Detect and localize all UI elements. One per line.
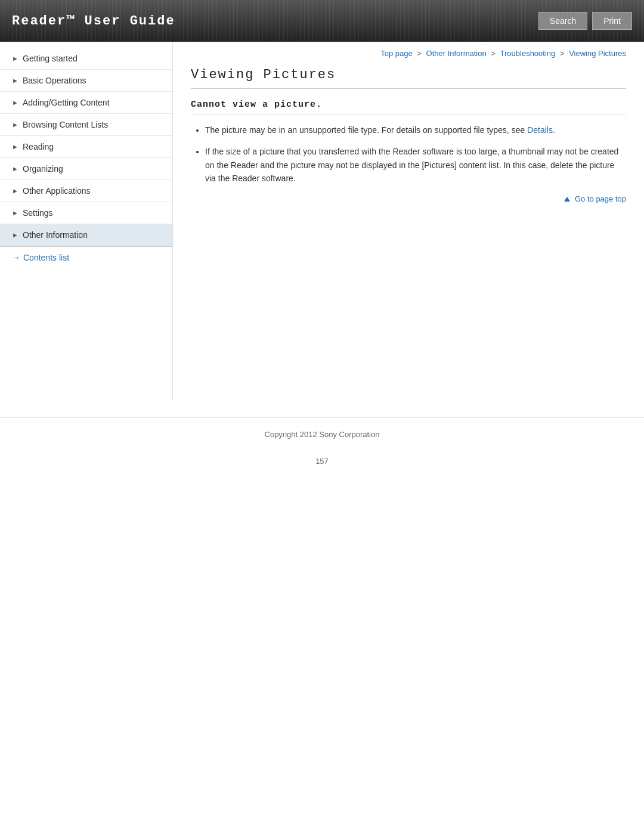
- sidebar-item-label: Browsing Content Lists: [23, 120, 108, 129]
- site-title: Reader™ User Guide: [12, 14, 175, 29]
- section-title: Cannot view a picture.: [191, 100, 626, 115]
- list-item: If the size of a picture that you transf…: [205, 145, 626, 185]
- chevron-right-icon: ►: [12, 99, 18, 106]
- sidebar-item-browsing-content-lists[interactable]: ► Browsing Content Lists: [0, 114, 172, 136]
- sidebar-item-label: Basic Operations: [23, 76, 86, 85]
- triangle-up-icon: [564, 197, 570, 202]
- bullet-list: The picture may be in an unsupported fil…: [191, 123, 626, 185]
- bullet-text-1-after: .: [553, 125, 555, 135]
- bullet-text-2: If the size of a picture that you transf…: [205, 147, 618, 183]
- go-to-top-label: Go to page top: [575, 194, 626, 203]
- details-link[interactable]: Details: [527, 125, 553, 135]
- contents-link-row: → Contents list: [0, 246, 172, 268]
- breadcrumb-sep-1: >: [417, 49, 423, 58]
- breadcrumb-sep-3: >: [560, 49, 566, 58]
- breadcrumb-other-information[interactable]: Other Information: [426, 49, 487, 58]
- chevron-right-icon: ►: [12, 231, 18, 239]
- sidebar-item-settings[interactable]: ► Settings: [0, 202, 172, 224]
- sidebar-item-other-information[interactable]: ► Other Information: [0, 224, 172, 246]
- chevron-right-icon: ►: [12, 121, 18, 128]
- contents-list-link[interactable]: → Contents list: [12, 253, 164, 262]
- header-buttons: Search Print: [538, 12, 632, 30]
- sidebar-item-organizing[interactable]: ► Organizing: [0, 158, 172, 180]
- go-to-top: Go to page top: [191, 194, 626, 203]
- breadcrumb-top-page[interactable]: Top page: [380, 49, 413, 58]
- search-button[interactable]: Search: [538, 12, 587, 30]
- chevron-right-icon: ►: [12, 77, 18, 84]
- sidebar-item-label: Organizing: [23, 164, 63, 174]
- breadcrumb-troubleshooting[interactable]: Troubleshooting: [500, 49, 556, 58]
- sidebar-item-getting-started[interactable]: ► Getting started: [0, 48, 172, 70]
- chevron-right-icon: ►: [12, 143, 18, 150]
- header: Reader™ User Guide Search Print: [0, 0, 644, 42]
- page-num-label: 157: [315, 457, 329, 466]
- sidebar-item-reading[interactable]: ► Reading: [0, 136, 172, 158]
- chevron-right-icon: ►: [12, 209, 18, 216]
- breadcrumb: Top page > Other Information > Troublesh…: [191, 42, 626, 67]
- sidebar-item-other-applications[interactable]: ► Other Applications: [0, 180, 172, 202]
- bullet-text-1-before: The picture may be in an unsupported fil…: [205, 125, 527, 135]
- breadcrumb-current: Viewing Pictures: [569, 49, 626, 58]
- contents-list-label: Contents list: [23, 253, 69, 262]
- sidebar-item-label: Reading: [23, 142, 54, 151]
- print-button[interactable]: Print: [592, 12, 632, 30]
- chevron-right-icon: ►: [12, 55, 18, 62]
- copyright-text: Copyright 2012 Sony Corporation: [265, 430, 380, 439]
- page-number: 157: [0, 445, 644, 478]
- main-layout: ► Getting started ► Basic Operations ► A…: [0, 42, 644, 400]
- arrow-right-icon: →: [12, 253, 20, 262]
- sidebar: ► Getting started ► Basic Operations ► A…: [0, 42, 173, 400]
- content-area: Top page > Other Information > Troublesh…: [173, 42, 644, 233]
- chevron-right-icon: ►: [12, 165, 18, 172]
- breadcrumb-sep-2: >: [491, 49, 497, 58]
- chevron-right-icon: ►: [12, 187, 18, 194]
- sidebar-item-label: Other Information: [23, 230, 88, 240]
- sidebar-item-label: Adding/Getting Content: [23, 98, 110, 107]
- sidebar-item-label: Settings: [23, 208, 53, 218]
- sidebar-item-basic-operations[interactable]: ► Basic Operations: [0, 70, 172, 92]
- go-to-top-link[interactable]: Go to page top: [564, 194, 626, 203]
- footer: Copyright 2012 Sony Corporation: [0, 417, 644, 445]
- sidebar-item-adding-content[interactable]: ► Adding/Getting Content: [0, 92, 172, 114]
- page-title: Viewing Pictures: [191, 67, 626, 89]
- sidebar-item-label: Getting started: [23, 54, 78, 63]
- sidebar-item-label: Other Applications: [23, 186, 91, 196]
- list-item: The picture may be in an unsupported fil…: [205, 123, 626, 137]
